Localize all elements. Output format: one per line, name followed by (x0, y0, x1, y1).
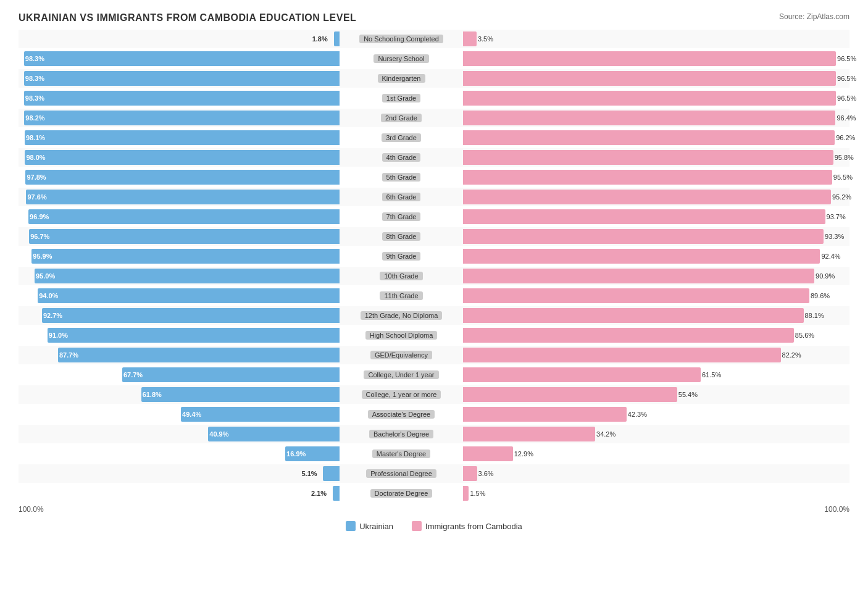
val-right: 3.6% (478, 470, 494, 477)
label-area: College, 1 year or more (340, 385, 463, 404)
row-label: Master's Degree (372, 449, 430, 458)
bar-blue (25, 150, 340, 165)
bar-pink (463, 269, 814, 283)
chart-row: Associate's Degree 49.4% 42.3% (19, 405, 849, 424)
row-label: 6th Grade (382, 193, 421, 201)
label-area: 12th Grade, No Diploma (340, 306, 463, 325)
legend-label-ukrainian: Ukrainian (359, 522, 393, 531)
bar-blue (42, 308, 340, 323)
chart-row: 8th Grade 96.7% 93.3% (19, 227, 849, 246)
val-right: 82.2% (782, 351, 801, 359)
label-area: Associate's Degree (340, 405, 463, 424)
val-right: 96.5% (837, 55, 856, 62)
right-bar-area (463, 249, 849, 264)
val-left: 87.7% (59, 351, 78, 359)
val-left: 98.3% (25, 94, 44, 102)
row-label: No Schooling Completed (359, 35, 443, 43)
row-label: College, 1 year or more (362, 390, 441, 399)
row-label: 12th Grade, No Diploma (361, 311, 443, 320)
chart-row: 2nd Grade 98.2% 96.4% (19, 109, 849, 127)
row-label: Bachelor's Degree (369, 430, 433, 438)
val-left: 97.8% (27, 173, 46, 181)
bar-blue (122, 367, 340, 382)
bar-pink (463, 130, 835, 145)
val-right: 42.3% (628, 411, 647, 418)
chart-row: Doctorate Degree 2.1% 1.5% (19, 484, 849, 503)
bar-pink (463, 170, 832, 185)
row-label: 3rd Grade (382, 133, 421, 142)
left-bar-area (19, 130, 340, 145)
bar-blue (181, 407, 340, 422)
val-right: 1.5% (470, 490, 485, 497)
val-right: 88.1% (805, 312, 824, 319)
left-bar-area (19, 150, 340, 165)
left-bar-area (19, 170, 340, 185)
row-label: 7th Grade (382, 212, 421, 221)
left-bar-area (19, 308, 340, 323)
chart-row: GED/Equivalency 87.7% 82.2% (19, 346, 849, 364)
row-label: 5th Grade (382, 173, 421, 182)
legend: Ukrainian Immigrants from Cambodia (19, 521, 849, 531)
val-left: 91.0% (49, 332, 68, 339)
chart-row: College, 1 year or more 61.8% 55.4% (19, 385, 849, 404)
left-bar-area (19, 51, 340, 66)
right-bar-area (463, 229, 849, 244)
bar-blue (323, 466, 340, 481)
chart-row: 6th Grade 97.6% 95.2% (19, 188, 849, 206)
chart-row: No Schooling Completed 1.8% 3.5% (19, 30, 849, 48)
legend-item-cambodia: Immigrants from Cambodia (412, 521, 522, 531)
val-right: 3.5% (478, 35, 493, 43)
right-bar-area (463, 130, 849, 145)
bar-pink (463, 367, 701, 382)
label-area: 2nd Grade (340, 109, 463, 127)
val-right: 92.4% (821, 253, 840, 260)
val-left: 98.1% (26, 134, 45, 141)
bar-pink (463, 387, 677, 402)
val-left: 67.7% (123, 371, 143, 378)
bar-pink (463, 150, 833, 165)
bar-pink (463, 446, 513, 461)
row-label: 10th Grade (380, 272, 422, 280)
row-label: Doctorate Degree (370, 489, 433, 498)
row-label: 4th Grade (382, 153, 421, 162)
bar-blue (58, 348, 340, 362)
right-bar-area (463, 486, 849, 501)
bar-blue (31, 249, 340, 264)
label-area: 11th Grade (340, 286, 463, 305)
val-right: 55.4% (678, 391, 698, 398)
chart-row: 3rd Grade 98.1% 96.2% (19, 128, 849, 147)
bar-pink (463, 51, 836, 66)
chart-row: High School Diploma 91.0% 85.6% (19, 326, 849, 345)
right-bar-area (463, 51, 849, 66)
chart-row: 10th Grade 95.0% 90.9% (19, 267, 849, 285)
chart-title: UKRAINIAN VS IMMIGRANTS FROM CAMBODIA ED… (19, 12, 849, 23)
chart-row: 12th Grade, No Diploma 92.7% 88.1% (19, 306, 849, 325)
bar-pink (463, 91, 836, 106)
chart-row: 4th Grade 98.0% 95.8% (19, 148, 849, 167)
label-area: Nursery School (340, 49, 463, 68)
right-bar-area (463, 209, 849, 224)
right-bar-area (463, 71, 849, 86)
val-left: 98.0% (26, 154, 45, 161)
right-bar-area (463, 466, 849, 481)
bar-pink (463, 466, 477, 481)
right-bar-area (463, 288, 849, 303)
bar-pink (463, 190, 831, 204)
bar-blue (35, 269, 340, 283)
left-bar-area (19, 71, 340, 86)
left-bar-area (19, 111, 340, 125)
row-label: 11th Grade (380, 291, 422, 300)
bar-pink (463, 288, 809, 303)
right-bar-area (463, 150, 849, 165)
val-left: 40.9% (209, 430, 228, 438)
bar-pink (463, 427, 595, 441)
chart-row: 7th Grade 96.9% 93.7% (19, 207, 849, 226)
bar-blue (24, 71, 340, 86)
label-area: Professional Degree (340, 464, 463, 483)
left-bar-area (19, 91, 340, 106)
label-area: 6th Grade (340, 188, 463, 206)
left-bar-area (19, 486, 340, 501)
val-left: 94.0% (39, 292, 58, 299)
bar-pink (463, 407, 627, 422)
row-label: Kindergarten (378, 74, 425, 83)
